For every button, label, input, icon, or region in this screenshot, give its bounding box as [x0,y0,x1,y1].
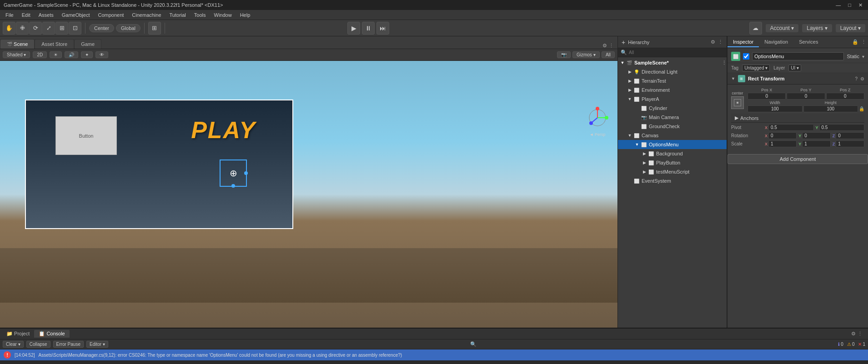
2d-btn[interactable]: 2D [33,51,47,58]
tree-item-play-button[interactable]: ▶ ⬜ PlayButton [618,158,727,167]
rect-help-icon[interactable]: ? [855,76,858,81]
rect-settings-icon[interactable]: ⚙ [860,76,864,81]
audio-btn[interactable]: 🔊 [65,51,78,58]
inspector-more-icon[interactable]: ⋮ [861,39,866,45]
tab-project[interactable]: 📁 Project [2,330,34,338]
move-tool-btn[interactable]: ✙ [16,22,29,35]
hierarchy-settings[interactable]: ⚙ [711,39,715,45]
menu-file[interactable]: File [2,11,17,19]
persp-label[interactable]: ◄ Persp [584,132,611,137]
play-btn[interactable]: ▶ [347,22,360,35]
pause-btn[interactable]: ⏸ [362,22,375,35]
width-field[interactable]: 100 [748,105,803,112]
tree-item-cylinder[interactable]: ⬜ Cylinder [618,104,727,113]
anchor-widget[interactable] [731,96,744,109]
account-tab[interactable]: Account ▾ [766,24,799,32]
inspector-lock-icon[interactable]: 🔒 [852,39,858,45]
transform-tool-btn[interactable]: ⊡ [69,22,81,35]
layers-tab[interactable]: Layers ▾ [802,24,832,32]
object-active-checkbox[interactable] [743,53,749,60]
scale-x-field[interactable]: 1 [768,140,797,147]
tab-inspector[interactable]: Inspector [728,37,759,47]
collapse-btn[interactable]: Collapse [26,341,50,348]
tree-item-groundcheck[interactable]: ⬜ GroundCheck [618,122,727,131]
menu-component[interactable]: Component [94,11,127,19]
static-dropdown[interactable]: ▾ [862,54,864,59]
pivot-y-field[interactable]: 0.5 [819,124,864,131]
pos-x-field[interactable]: 0 [748,93,786,100]
clear-btn[interactable]: Clear ▾ [3,341,24,348]
scene-viewport[interactable]: Button PLAY ⊕ [0,61,617,328]
menu-tools[interactable]: Tools [191,11,210,19]
layer-dropdown[interactable]: UI ▾ [788,65,801,71]
scale-y-field[interactable]: 1 [802,140,830,147]
pos-y-field[interactable]: 0 [787,93,825,100]
scene-more[interactable]: ⋮ [722,60,727,66]
scene-root-item[interactable]: ▼ 🎬 SampleScene* ⋮ [618,58,727,67]
tree-item-eventsystem[interactable]: ⬜ EventSystem [618,176,727,185]
pivot-x-field[interactable]: 0.5 [768,124,813,131]
scene-camera-btn[interactable]: 📷 [557,51,571,58]
menu-help[interactable]: Help [236,11,254,19]
rot-z-field[interactable]: 0 [836,132,864,139]
scene-settings-icon[interactable]: ⚙ [602,43,607,49]
console-more-icon[interactable]: ⋮ [858,331,863,337]
console-settings-icon[interactable]: ⚙ [851,331,856,337]
tree-item-canvas[interactable]: ▼ ⬜ Canvas [618,131,727,140]
layout-tab[interactable]: Layout ▾ [836,24,865,32]
hierarchy-add-btn[interactable]: + [622,39,625,46]
pos-z-field[interactable]: 0 [826,93,864,100]
tree-item-main-camera[interactable]: 📷 Main Camera [618,113,727,122]
global-toggle[interactable]: Global [116,24,140,32]
gizmos-dropdown[interactable]: Gizmos ▾ [572,51,600,58]
scale-z-field[interactable]: 1 [836,140,864,147]
menu-window[interactable]: Window [211,11,236,19]
scene-gizmo[interactable] [584,104,611,131]
rot-y-field[interactable]: 0 [802,132,830,139]
handle-bottom[interactable] [231,184,235,188]
hierarchy-more[interactable]: ⋮ [718,39,723,45]
all-dropdown[interactable]: All [602,51,615,58]
close-btn[interactable]: ✕ [857,2,864,8]
rot-x-field[interactable]: 0 [768,132,797,139]
menu-edit[interactable]: Edit [18,11,34,19]
menu-tutorial[interactable]: Tutorial [166,11,190,19]
tab-navigation[interactable]: Navigation [759,37,793,47]
shading-dropdown[interactable]: Shaded ▾ [3,51,30,58]
tree-item-background[interactable]: ▶ ⬜ Background [618,149,727,158]
object-name-field[interactable]: OptionsMenu [752,52,844,60]
error-pause-btn[interactable]: Error Pause [53,341,84,348]
menu-assets[interactable]: Assets [35,11,57,19]
rect-tool-btn[interactable]: ⊞ [55,22,68,35]
tab-console[interactable]: 📋 Console [34,330,69,338]
hand-tool-btn[interactable]: ✋ [3,22,15,35]
hidden-objects-btn[interactable]: 👁 [95,51,108,58]
tab-services[interactable]: Services [793,37,823,47]
maximize-btn[interactable]: □ [846,2,853,8]
grid-btn[interactable]: ⊞ [148,22,161,35]
tab-game[interactable]: Game [74,39,101,49]
tree-item-test-menu-script[interactable]: ▶ ⬜ testMenuScript [618,167,727,176]
anchors-foldout[interactable]: ▶ Anchors [731,114,864,123]
minimize-btn[interactable]: — [834,2,843,8]
tree-item-directional-light[interactable]: ▶ 💡 Directional Light [618,67,727,76]
scene-more-icon[interactable]: ⋮ [609,43,614,49]
add-component-btn[interactable]: Add Component [728,154,868,164]
wh-lock-icon[interactable]: 🔒 [859,106,864,111]
center-toggle[interactable]: Center [89,24,114,32]
height-field[interactable]: 100 [803,105,858,112]
tree-item-environment[interactable]: ▶ ⬜ Environment [618,85,727,95]
lighting-btn[interactable]: ☀ [50,51,62,58]
handle-right[interactable] [244,171,248,175]
hierarchy-search-input[interactable] [629,50,724,55]
rotate-tool-btn[interactable]: ⟳ [29,22,42,35]
tree-item-player-a[interactable]: ▼ ⬜ PlayerA [618,95,727,104]
scale-tool-btn[interactable]: ⤢ [42,22,55,35]
tab-asset-store[interactable]: Asset Store [35,39,74,49]
rect-transform-header[interactable]: ▼ ⊞ Rect Transform ? ⚙ [728,73,868,85]
tree-item-options-menu[interactable]: ▼ ⬜ OptionsMenu [618,140,727,149]
console-message-0[interactable]: ! [14:04:52] Assets\Scripts\MenuManager.… [0,349,868,360]
step-btn[interactable]: ⏭ [376,22,389,35]
editor-btn[interactable]: Editor ▾ [86,341,108,348]
menu-gameobject[interactable]: GameObject [58,11,94,19]
